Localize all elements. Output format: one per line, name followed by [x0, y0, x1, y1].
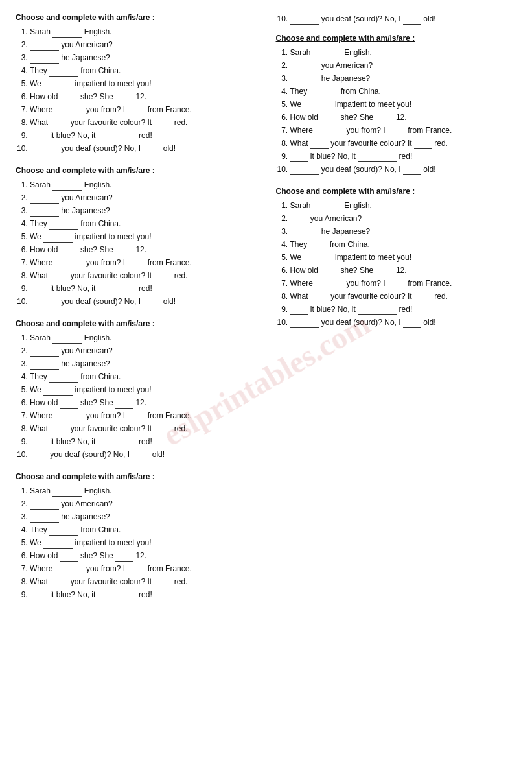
list-item: you American?: [30, 498, 257, 510]
list-r1: Sarah English. you American? he Japanese…: [276, 47, 517, 175]
blank: [414, 141, 432, 149]
blank: [127, 566, 145, 574]
blank: [414, 294, 432, 302]
section-1-left: Choose and complete with am/is/are : Sar…: [16, 13, 257, 154]
left-column: Choose and complete with am/is/are : Sar…: [16, 13, 257, 612]
blank: [127, 107, 145, 115]
list-item: They from China.: [290, 86, 517, 97]
blank: [290, 154, 308, 162]
blank: [403, 167, 421, 175]
list-item: Sarah English.: [290, 47, 517, 58]
list-item: What your favourite colour? It red.: [30, 117, 257, 128]
blank: [290, 16, 319, 25]
list-item: it blue? No, it red!: [290, 150, 517, 162]
list-item: Where you from? I from France.: [30, 410, 257, 421]
list-item: he Japanese?: [290, 73, 517, 84]
list-item: you deaf (sourd)? No, I old!: [30, 449, 257, 460]
blank: [376, 115, 394, 123]
list-item: What your favourite colour? It red.: [30, 423, 257, 434]
list-item: How old she? She 12.: [30, 91, 257, 102]
list-item: Sarah English.: [30, 485, 257, 497]
blank: [98, 286, 137, 294]
list-item: it blue? No, it red!: [30, 283, 257, 294]
page-content: Choose and complete with am/is/are : Sar…: [16, 13, 516, 612]
list-item: They from China.: [30, 371, 257, 383]
blank: [290, 167, 319, 175]
blank: [30, 286, 48, 294]
list-item: They from China.: [30, 218, 257, 230]
blank: [127, 260, 145, 268]
list-item: Sarah English.: [290, 200, 517, 211]
blank: [49, 221, 78, 230]
list-item: he Japanese?: [30, 511, 257, 523]
section-title-2: Choose and complete with am/is/are :: [16, 166, 257, 175]
blank: [132, 452, 150, 460]
blank: [50, 426, 68, 434]
blank: [98, 133, 137, 141]
list-item: How old she? She 12.: [30, 550, 257, 562]
list-item: They from China.: [30, 65, 257, 77]
list-item: Where you from? I from France.: [30, 104, 257, 115]
blank: [30, 299, 59, 307]
blank: [43, 234, 73, 243]
blank: [55, 107, 84, 115]
blank: [304, 255, 333, 263]
blank: [320, 115, 338, 123]
list-item: you deaf (sourd)? No, I old!: [30, 143, 257, 154]
blank: [49, 374, 78, 383]
list-item: you American?: [290, 60, 517, 71]
blank: [49, 68, 78, 77]
blank: [143, 146, 161, 154]
list-item: How old she? She 12.: [290, 112, 517, 123]
list-item: you American?: [30, 192, 257, 204]
blank: [52, 335, 82, 344]
list-item: What your favourite colour? It red.: [30, 270, 257, 281]
blank: [154, 120, 172, 128]
list-item: you American?: [30, 39, 257, 51]
section-2-right: Choose and complete with am/is/are : Sar…: [276, 187, 517, 328]
right-column: you deaf (sourd)? No, I old! Choose and …: [276, 13, 517, 612]
blank: [403, 320, 421, 328]
blank: [115, 553, 133, 562]
blank: [320, 268, 338, 276]
list-item: he Japanese?: [30, 358, 257, 370]
section-title-3: Choose and complete with am/is/are :: [16, 319, 257, 328]
blank: [310, 294, 329, 302]
blank: [50, 579, 68, 587]
blank: [60, 553, 78, 562]
blank: [98, 439, 137, 447]
blank: [315, 128, 344, 136]
blank: [313, 50, 342, 58]
list-item: They from China.: [290, 239, 517, 250]
blank: [30, 348, 59, 357]
blank: [55, 413, 84, 421]
list-item: How old she? She 12.: [290, 265, 517, 276]
blank: [30, 133, 48, 141]
blank: [127, 413, 145, 421]
blank: [30, 208, 59, 217]
list-item: Sarah English.: [30, 332, 257, 344]
list-item: How old she? She 12.: [30, 244, 257, 255]
blank: [154, 273, 172, 281]
blank: [98, 592, 137, 600]
blank: [55, 260, 84, 268]
section-2-left: Choose and complete with am/is/are : Sar…: [16, 166, 257, 307]
blank: [290, 320, 319, 328]
list-item: What your favourite colour? It red.: [30, 576, 257, 587]
blank: [60, 400, 78, 409]
section-1-right: Choose and complete with am/is/are : Sar…: [276, 34, 517, 175]
blank: [313, 203, 342, 211]
blank: [290, 216, 308, 224]
list-item: We impatient to meet you!: [30, 537, 257, 549]
list-item: Where you from? I from France.: [290, 278, 517, 289]
list-item: he Japanese?: [30, 52, 257, 64]
top-list: you deaf (sourd)? No, I old!: [276, 13, 517, 25]
list-item: you deaf (sourd)? No, I old!: [290, 316, 517, 328]
list-item: We impatient to meet you!: [30, 78, 257, 89]
blank: [403, 16, 421, 25]
section-title-1: Choose and complete with am/is/are :: [16, 13, 257, 22]
section-3-left: Choose and complete with am/is/are : Sar…: [16, 319, 257, 460]
blank: [30, 361, 59, 370]
blank: [115, 400, 133, 409]
list-item: What your favourite colour? It red.: [290, 290, 517, 302]
